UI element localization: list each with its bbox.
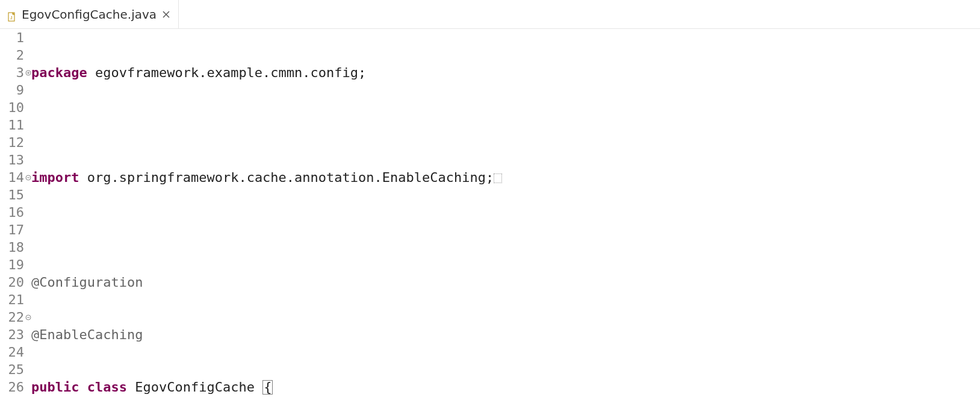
line-number: 23 [0,326,24,343]
fold-collapse-icon[interactable] [24,313,33,322]
line-number-gutter: 1 2 3 9 10 11 12 13 14 15 16 17 18 19 20… [0,29,26,406]
class-name: EgovConfigCache [127,379,262,395]
line-number: 22 [0,308,24,326]
line-number: 26 [0,378,24,396]
fold-collapse-icon[interactable] [24,173,33,182]
tab-bar: J EgovConfigCache.java [0,0,980,29]
line-number: 21 [0,291,24,308]
import-path: org.springframework.cache.annotation.Ena… [79,170,494,185]
line-number: 11 [0,116,24,134]
annotation-configuration: @Configuration [31,275,143,290]
line-number: 15 [0,186,24,204]
line-number: 20 [0,273,24,291]
line-number: 13 [0,151,24,169]
line-number: 12 [0,134,24,151]
line-number: 3 [0,64,24,81]
code-content[interactable]: package egovframework.example.cmmn.confi… [26,29,980,406]
keyword-class: class [87,379,127,395]
line-number: 9 [0,81,24,99]
matched-brace: { [262,380,273,395]
line-number: 19 [0,256,24,273]
keyword-public: public [31,379,79,395]
line-number: 16 [0,204,24,221]
folded-imports-icon[interactable] [494,173,502,183]
editor-area[interactable]: 1 2 3 9 10 11 12 13 14 15 16 17 18 19 20… [0,29,980,406]
keyword-import: import [31,170,79,185]
tab-filename: EgovConfigCache.java [22,7,157,22]
line-number: 18 [0,239,24,256]
svg-text:J: J [10,16,13,20]
line-number: 24 [0,343,24,361]
editor-tab[interactable]: J EgovConfigCache.java [0,0,179,28]
keyword-package: package [31,65,87,80]
line-number: 1 [0,29,24,46]
close-icon[interactable] [161,10,171,19]
package-name: egovframework.example.cmmn.config; [87,65,367,80]
line-number: 17 [0,221,24,239]
line-number: 2 [0,46,24,64]
java-file-icon: J [7,10,17,19]
fold-expand-icon[interactable] [24,69,33,77]
line-number: 14 [0,169,24,186]
annotation-enablecaching: @EnableCaching [31,327,143,342]
line-number: 10 [0,99,24,116]
line-number: 25 [0,361,24,378]
